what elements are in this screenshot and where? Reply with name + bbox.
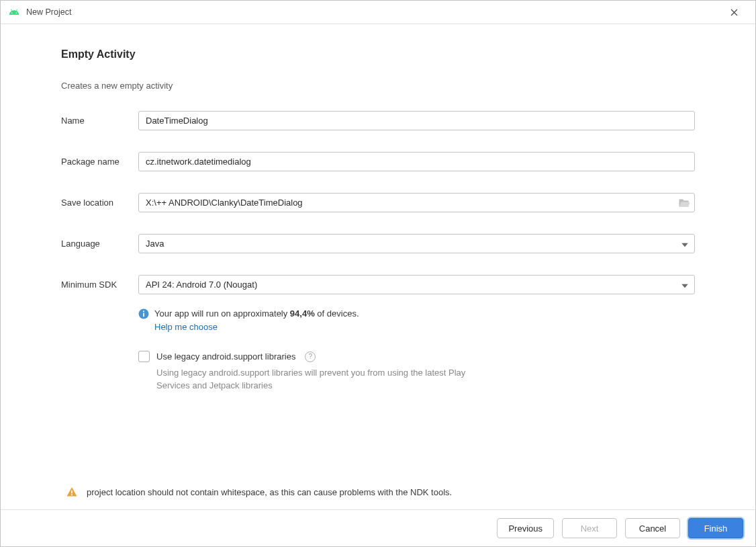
warning-text: project location should not contain whit… xyxy=(87,487,452,497)
close-button[interactable] xyxy=(720,2,747,22)
cancel-button[interactable]: Cancel xyxy=(625,518,680,538)
window-title: New Project xyxy=(26,7,720,17)
language-select[interactable]: Java xyxy=(138,234,695,253)
package-name-input[interactable] xyxy=(138,152,695,171)
close-icon xyxy=(730,9,738,16)
page-subtitle: Creates a new empty activity xyxy=(61,81,695,91)
help-me-choose-link[interactable]: Help me choose xyxy=(154,322,218,332)
name-label: Name xyxy=(61,116,138,126)
coverage-prefix: Your app will run on approximately xyxy=(154,308,290,319)
form: Name Package name Save location Language xyxy=(61,111,695,294)
row-language: Language Java xyxy=(61,234,695,253)
legacy-libraries-help-text: Using legacy android.support libraries w… xyxy=(156,366,485,392)
name-input[interactable] xyxy=(138,111,695,130)
browse-folder-icon[interactable] xyxy=(678,198,690,208)
package-name-label: Package name xyxy=(61,157,138,167)
legacy-libraries-block: Use legacy android.support libraries ? U… xyxy=(138,351,695,392)
info-icon xyxy=(138,308,149,319)
row-name: Name xyxy=(61,111,695,130)
warning-icon xyxy=(66,487,77,497)
save-location-input[interactable] xyxy=(138,193,695,212)
minimum-sdk-select[interactable]: API 24: Android 7.0 (Nougat) xyxy=(138,275,695,294)
svg-point-4 xyxy=(71,494,73,495)
page-title: Empty Activity xyxy=(61,48,695,60)
device-coverage-text: Your app will run on approximately 94,4%… xyxy=(154,308,359,320)
next-button[interactable]: Next xyxy=(562,518,617,538)
row-package-name: Package name xyxy=(61,152,695,171)
language-label: Language xyxy=(61,239,138,249)
svg-rect-1 xyxy=(143,313,144,317)
coverage-suffix: of devices. xyxy=(315,308,359,319)
row-minimum-sdk: Minimum SDK API 24: Android 7.0 (Nougat) xyxy=(61,275,695,294)
dialog-body: Empty Activity Creates a new empty activ… xyxy=(1,24,755,509)
help-icon[interactable]: ? xyxy=(305,351,316,362)
save-location-label: Save location xyxy=(61,198,138,208)
row-save-location: Save location xyxy=(61,193,695,212)
window-titlebar: New Project xyxy=(1,1,755,24)
previous-button[interactable]: Previous xyxy=(497,518,554,538)
finish-button[interactable]: Finish xyxy=(688,518,743,538)
legacy-libraries-checkbox[interactable] xyxy=(138,351,150,362)
legacy-libraries-label: Use legacy android.support libraries xyxy=(156,351,295,362)
svg-rect-3 xyxy=(71,491,73,494)
svg-point-2 xyxy=(143,310,144,312)
minimum-sdk-label: Minimum SDK xyxy=(61,280,138,290)
dialog-footer: Previous Next Cancel Finish xyxy=(1,509,755,546)
device-coverage-info: Your app will run on approximately 94,4%… xyxy=(138,308,695,332)
warning-row: project location should not contain whit… xyxy=(61,487,695,500)
android-icon xyxy=(9,7,19,17)
coverage-percent: 94,4% xyxy=(290,308,315,319)
minimum-sdk-value: API 24: Android 7.0 (Nougat) xyxy=(146,280,257,290)
language-value: Java xyxy=(146,239,164,249)
